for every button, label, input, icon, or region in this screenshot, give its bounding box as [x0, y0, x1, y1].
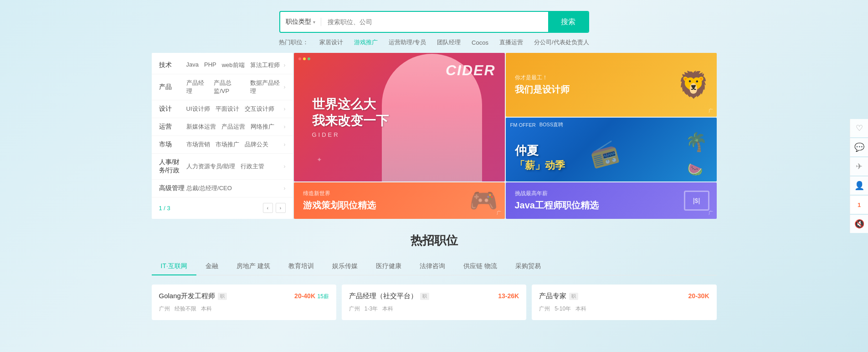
hot-jobs-title: 热招职位: [152, 233, 717, 248]
job-2-tags: 广州 1-3年 本科: [349, 305, 519, 313]
hot-tag-1[interactable]: 家居设计: [319, 38, 343, 47]
floating-profile-button[interactable]: 👤: [850, 176, 868, 195]
menu-tag-mktpromo: 市场推广: [216, 140, 239, 149]
job-3-exp: 5-10年: [555, 305, 571, 313]
hot-tag-2[interactable]: 游戏推广: [354, 38, 378, 47]
menu-tag-webfront: web前端: [222, 61, 245, 69]
gamepad-icon: 🎮: [469, 187, 498, 214]
job-card-3[interactable]: 产品专家 职 20-30K 广州 5-10年 本科: [532, 285, 716, 320]
summer-banner[interactable]: FM OFFER BOSS直聘 仲夏 「薪」动季 🌴 🍉 📻: [506, 118, 717, 181]
banner-java-big: Java工程师职位精选: [515, 199, 599, 212]
job-2-exp: 1-3年: [365, 305, 378, 313]
job-3-city: 广州: [539, 305, 550, 313]
banner-designer-text: 你才是最工！ 我们是设计师: [515, 74, 570, 96]
main-banner[interactable]: ✦ ✦ 世界这么大 我来改变一下 GIDER CIDER: [294, 53, 505, 181]
summer-title: 仲夏: [515, 143, 565, 159]
job-2-city: 广州: [349, 305, 360, 313]
dot-green: [308, 57, 310, 60]
tab-legal[interactable]: 法律咨询: [411, 258, 454, 275]
menu-category-senior: 高级管理: [159, 184, 186, 192]
banner-dots: [298, 57, 310, 60]
banner-cider-text: CIDER: [446, 62, 496, 79]
banner-main-text: 世界这么大 我来改变一下 GIDER: [312, 96, 389, 138]
radio-icon: 📻: [587, 137, 621, 170]
hot-tag-4[interactable]: 团队经理: [437, 38, 461, 47]
floating-mute-button[interactable]: 🔇: [850, 215, 868, 233]
tab-finance[interactable]: 金融: [196, 258, 227, 275]
hot-tags-bar: 热门职位： 家居设计 游戏推广 运营助理/专员 团队经理 Cocos 直播运营 …: [279, 38, 589, 47]
hot-tag-3[interactable]: 运营助理/专员: [389, 38, 426, 47]
menu-row-ops[interactable]: 运营 新媒体运营 产品运营 网络推广 ›: [152, 118, 293, 136]
banner-java[interactable]: 挑战最高年薪 Java工程师职位精选 |$| 广: [506, 182, 717, 219]
job-cards: Golang开发工程师 职 20-40K 15薪 广州 经验不限 本科 产品经理…: [152, 285, 717, 320]
menu-row-market[interactable]: 市场 市场营销 市场推广 品牌公关 ›: [152, 136, 293, 154]
page-info: 1 / 3: [159, 205, 170, 212]
tab-trade[interactable]: 采购贸易: [506, 258, 550, 275]
menu-arrow-senior: ›: [284, 185, 286, 192]
page-next-button[interactable]: ›: [276, 203, 286, 213]
menu-row-product[interactable]: 产品 产品经理 产品总监/VP 数据产品经理 ›: [152, 74, 293, 100]
summer-banner-text: 仲夏 「薪」动季: [515, 143, 565, 172]
menu-tags-hr: 人力资源专员/助理 行政主管: [186, 162, 284, 171]
floating-notification-button[interactable]: 1: [850, 196, 868, 214]
search-bar: 职位类型 ▾ 搜索: [279, 11, 589, 33]
page-prev-button[interactable]: ‹: [263, 203, 273, 213]
job-1-edu: 本科: [201, 305, 212, 313]
job-card-2[interactable]: 产品经理（社交平台） 职 13-26K 广州 1-3年 本科: [342, 285, 526, 320]
search-button[interactable]: 搜索: [548, 11, 588, 33]
menu-tags-product: 产品经理 产品总监/VP 数据产品经理: [186, 79, 284, 95]
tab-education[interactable]: 教育培训: [279, 258, 323, 275]
banner-game-small: 缔造新世界: [303, 190, 376, 197]
tab-entertainment[interactable]: 娱乐传媒: [323, 258, 367, 275]
banner-game-text: 缔造新世界 游戏策划职位精选: [303, 190, 376, 212]
menu-tag-pm: 产品经理: [186, 79, 209, 95]
job-card-1-top: Golang开发工程师 职 20-40K 15薪: [159, 292, 329, 300]
dot-red: [298, 57, 301, 60]
job-1-hot: 15薪: [317, 293, 329, 300]
hot-tags-label: 热门职位：: [279, 38, 308, 47]
tab-health[interactable]: 医疗健康: [367, 258, 411, 275]
menu-tag-ceo: 总裁/总经理/CEO: [186, 184, 232, 192]
search-input[interactable]: [321, 18, 548, 26]
industry-tabs: IT·互联网 金融 房地产 建筑 教育培训 娱乐传媒 医疗健康 法律咨询 供应链…: [152, 258, 717, 275]
menu-row-design[interactable]: 设计 UI设计师 平面设计 交互设计师 ›: [152, 100, 293, 118]
job-2-salary-wrapper: 13-26K: [498, 292, 519, 300]
menu-tag-php: PHP: [204, 61, 216, 69]
main-content: 技术 Java PHP web前端 算法工程师 › 产品 产品经理 产品总监/V…: [143, 53, 726, 219]
job-2-name: 产品经理（社交平台） 职: [349, 292, 429, 300]
menu-row-senior[interactable]: 高级管理 总裁/总经理/CEO ›: [152, 180, 293, 197]
tab-realestate[interactable]: 房地产 建筑: [227, 258, 279, 275]
hot-tag-7[interactable]: 分公司/代表处负责人: [534, 38, 589, 47]
menu-tag-ux: 交互设计师: [245, 105, 274, 113]
menu-row-tech[interactable]: 技术 Java PHP web前端 算法工程师 ›: [152, 57, 293, 74]
job-type-selector[interactable]: 职位类型 ▾: [280, 18, 321, 26]
job-card-3-top: 产品专家 职 20-30K: [539, 292, 709, 300]
tab-it[interactable]: IT·互联网: [152, 258, 196, 275]
hot-tag-5[interactable]: Cocos: [472, 39, 488, 46]
floating-send-button[interactable]: ✈: [850, 157, 868, 176]
job-1-badge: 职: [218, 293, 227, 300]
floating-favorite-button[interactable]: ♡: [850, 119, 868, 137]
tab-logistics[interactable]: 供应链 物流: [454, 258, 506, 275]
banner-java-text: 挑战最高年薪 Java工程师职位精选: [515, 190, 599, 212]
hot-tag-6[interactable]: 直播运营: [499, 38, 523, 47]
job-3-salary-wrapper: 20-30K: [688, 292, 709, 300]
summer-subtitle: 「薪」动季: [515, 159, 565, 172]
main-banner-bg: ✦ ✦ 世界这么大 我来改变一下 GIDER CIDER: [294, 53, 505, 181]
menu-tag-graphic: 平面设计: [216, 105, 239, 113]
banner-game[interactable]: 缔造新世界 游戏策划职位精选 🎮 广: [294, 182, 505, 219]
star-small-icon: ✦: [317, 156, 322, 163]
banner-line1: 世界这么大: [312, 96, 389, 113]
banner-designer[interactable]: 你才是最工！ 我们是设计师 🦁 广: [506, 53, 717, 117]
job-1-name: Golang开发工程师 职: [159, 292, 227, 300]
menu-tag-datapm: 数据产品经理: [250, 79, 283, 95]
watermelon-icon: 🍉: [687, 162, 703, 177]
job-card-1[interactable]: Golang开发工程师 职 20-40K 15薪 广州 经验不限 本科: [152, 285, 336, 320]
job-2-salary: 13-26K: [498, 292, 519, 300]
menu-category-tech: 技术: [159, 61, 186, 69]
job-card-2-top: 产品经理（社交平台） 职 13-26K: [349, 292, 519, 300]
job-1-city: 广州: [159, 305, 170, 313]
menu-row-hr[interactable]: 人事/财务/行政 人力资源专员/助理 行政主管 ›: [152, 154, 293, 180]
job-3-salary: 20-30K: [688, 292, 709, 300]
floating-chat-button[interactable]: 💬: [850, 138, 868, 156]
